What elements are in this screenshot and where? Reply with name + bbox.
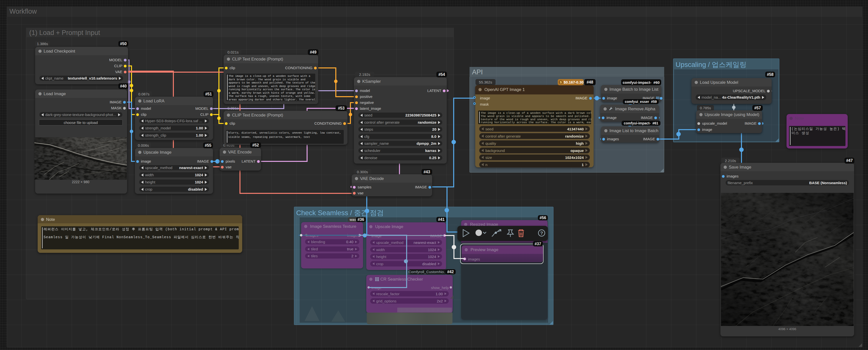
svg-text:?: ? <box>540 231 543 236</box>
